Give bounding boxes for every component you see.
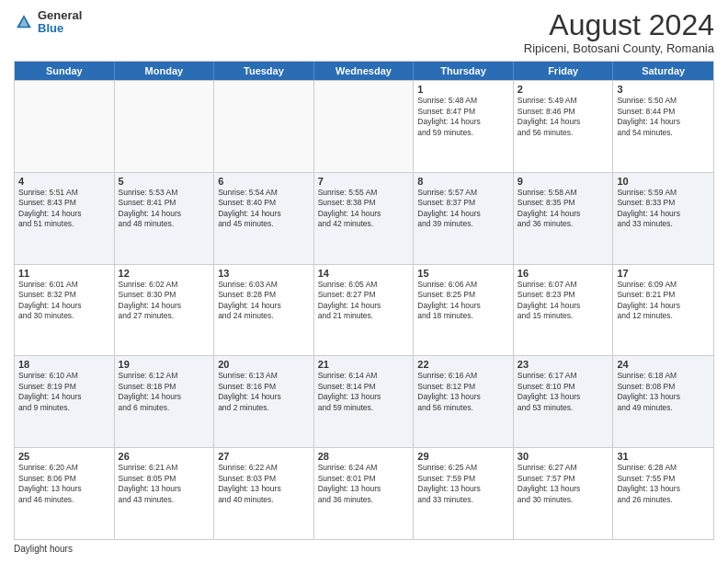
day-number: 2	[518, 84, 609, 95]
day-number: 3	[617, 84, 710, 95]
day-info: Sunrise: 6:21 AM Sunset: 8:05 PM Dayligh…	[119, 463, 210, 505]
day-number: 28	[318, 451, 410, 462]
day-info: Sunrise: 6:20 AM Sunset: 8:06 PM Dayligh…	[18, 463, 110, 505]
day-number: 26	[119, 451, 210, 462]
day-info: Sunrise: 6:05 AM Sunset: 8:27 PM Dayligh…	[318, 280, 410, 322]
day-number: 12	[119, 268, 210, 279]
day-info: Sunrise: 5:54 AM Sunset: 8:40 PM Dayligh…	[218, 188, 310, 230]
calendar-body: 1Sunrise: 5:48 AM Sunset: 8:47 PM Daylig…	[15, 80, 713, 539]
day-number: 30	[518, 451, 609, 462]
calendar-cell: 5Sunrise: 5:53 AM Sunset: 8:41 PM Daylig…	[115, 173, 215, 264]
logo-general-text: General	[38, 9, 82, 22]
logo-text: General Blue	[38, 9, 82, 36]
day-number: 8	[417, 176, 509, 187]
logo: General Blue	[14, 9, 82, 36]
day-info: Sunrise: 6:09 AM Sunset: 8:21 PM Dayligh…	[617, 280, 710, 322]
day-info: Sunrise: 6:13 AM Sunset: 8:16 PM Dayligh…	[218, 371, 310, 413]
day-number: 20	[218, 359, 310, 370]
calendar-cell: 11Sunrise: 6:01 AM Sunset: 8:32 PM Dayli…	[15, 265, 115, 356]
calendar-cell: 9Sunrise: 5:58 AM Sunset: 8:35 PM Daylig…	[514, 173, 614, 264]
day-number: 4	[18, 176, 110, 187]
calendar-header-cell: Saturday	[613, 62, 713, 80]
day-number: 31	[617, 451, 710, 462]
main-title: August 2024	[524, 9, 714, 41]
calendar-header-cell: Friday	[514, 62, 614, 80]
day-info: Sunrise: 6:28 AM Sunset: 7:55 PM Dayligh…	[617, 463, 710, 505]
day-info: Sunrise: 6:24 AM Sunset: 8:01 PM Dayligh…	[318, 463, 410, 505]
day-info: Sunrise: 6:06 AM Sunset: 8:25 PM Dayligh…	[417, 280, 509, 322]
day-number: 9	[518, 176, 609, 187]
logo-icon	[14, 12, 34, 32]
day-number: 19	[119, 359, 210, 370]
day-info: Sunrise: 5:55 AM Sunset: 8:38 PM Dayligh…	[318, 188, 410, 230]
calendar-week-row: 1Sunrise: 5:48 AM Sunset: 8:47 PM Daylig…	[15, 80, 713, 172]
calendar-week-row: 18Sunrise: 6:10 AM Sunset: 8:19 PM Dayli…	[15, 355, 713, 447]
day-info: Sunrise: 5:50 AM Sunset: 8:44 PM Dayligh…	[617, 96, 710, 138]
calendar-cell-empty	[115, 81, 215, 172]
day-info: Sunrise: 6:17 AM Sunset: 8:10 PM Dayligh…	[518, 371, 609, 413]
calendar-cell: 25Sunrise: 6:20 AM Sunset: 8:06 PM Dayli…	[15, 448, 115, 539]
day-info: Sunrise: 6:27 AM Sunset: 7:57 PM Dayligh…	[518, 463, 609, 505]
title-section: August 2024 Ripiceni, Botosani County, R…	[524, 9, 714, 55]
calendar-cell: 21Sunrise: 6:14 AM Sunset: 8:14 PM Dayli…	[314, 356, 415, 447]
day-info: Sunrise: 5:58 AM Sunset: 8:35 PM Dayligh…	[518, 188, 609, 230]
day-info: Sunrise: 6:10 AM Sunset: 8:19 PM Dayligh…	[18, 371, 110, 413]
day-info: Sunrise: 5:51 AM Sunset: 8:43 PM Dayligh…	[18, 188, 110, 230]
calendar-cell: 27Sunrise: 6:22 AM Sunset: 8:03 PM Dayli…	[214, 448, 314, 539]
logo-blue-text: Blue	[38, 22, 82, 35]
calendar-cell-empty	[314, 81, 415, 172]
day-info: Sunrise: 6:25 AM Sunset: 7:59 PM Dayligh…	[417, 463, 509, 505]
day-info: Sunrise: 5:53 AM Sunset: 8:41 PM Dayligh…	[119, 188, 210, 230]
day-info: Sunrise: 6:14 AM Sunset: 8:14 PM Dayligh…	[318, 371, 410, 413]
calendar-header-cell: Wednesday	[314, 62, 415, 80]
calendar-cell: 12Sunrise: 6:02 AM Sunset: 8:30 PM Dayli…	[115, 265, 215, 356]
calendar-header-cell: Sunday	[15, 62, 115, 80]
calendar-cell-empty	[214, 81, 314, 172]
day-number: 7	[318, 176, 410, 187]
calendar-cell: 20Sunrise: 6:13 AM Sunset: 8:16 PM Dayli…	[214, 356, 314, 447]
calendar-cell: 26Sunrise: 6:21 AM Sunset: 8:05 PM Dayli…	[115, 448, 215, 539]
calendar-header: SundayMondayTuesdayWednesdayThursdayFrid…	[15, 62, 713, 80]
day-number: 10	[617, 176, 710, 187]
calendar-week-row: 4Sunrise: 5:51 AM Sunset: 8:43 PM Daylig…	[15, 172, 713, 264]
calendar-cell: 28Sunrise: 6:24 AM Sunset: 8:01 PM Dayli…	[314, 448, 415, 539]
day-number: 27	[218, 451, 310, 462]
day-info: Sunrise: 6:03 AM Sunset: 8:28 PM Dayligh…	[218, 280, 310, 322]
calendar-cell-empty	[15, 81, 115, 172]
calendar-cell: 18Sunrise: 6:10 AM Sunset: 8:19 PM Dayli…	[15, 356, 115, 447]
calendar-cell: 17Sunrise: 6:09 AM Sunset: 8:21 PM Dayli…	[613, 265, 713, 356]
calendar-cell: 23Sunrise: 6:17 AM Sunset: 8:10 PM Dayli…	[514, 356, 614, 447]
calendar-cell: 29Sunrise: 6:25 AM Sunset: 7:59 PM Dayli…	[414, 448, 514, 539]
calendar-cell: 10Sunrise: 5:59 AM Sunset: 8:33 PM Dayli…	[613, 173, 713, 264]
day-number: 13	[218, 268, 310, 279]
day-info: Sunrise: 6:22 AM Sunset: 8:03 PM Dayligh…	[218, 463, 310, 505]
day-number: 1	[417, 84, 509, 95]
day-number: 17	[617, 268, 710, 279]
calendar-cell: 24Sunrise: 6:18 AM Sunset: 8:08 PM Dayli…	[613, 356, 713, 447]
day-number: 16	[518, 268, 609, 279]
calendar-cell: 8Sunrise: 5:57 AM Sunset: 8:37 PM Daylig…	[414, 173, 514, 264]
calendar-cell: 19Sunrise: 6:12 AM Sunset: 8:18 PM Dayli…	[115, 356, 215, 447]
day-number: 24	[617, 359, 710, 370]
day-number: 25	[18, 451, 110, 462]
calendar-header-cell: Thursday	[414, 62, 514, 80]
day-number: 14	[318, 268, 410, 279]
day-number: 18	[18, 359, 110, 370]
calendar-cell: 13Sunrise: 6:03 AM Sunset: 8:28 PM Dayli…	[214, 265, 314, 356]
day-info: Sunrise: 6:18 AM Sunset: 8:08 PM Dayligh…	[617, 371, 710, 413]
day-info: Sunrise: 6:12 AM Sunset: 8:18 PM Dayligh…	[119, 371, 210, 413]
calendar-header-cell: Monday	[115, 62, 215, 80]
day-number: 15	[417, 268, 509, 279]
day-number: 11	[18, 268, 110, 279]
header: General Blue August 2024 Ripiceni, Botos…	[14, 9, 714, 55]
day-number: 5	[119, 176, 210, 187]
day-info: Sunrise: 6:01 AM Sunset: 8:32 PM Dayligh…	[18, 280, 110, 322]
calendar-week-row: 11Sunrise: 6:01 AM Sunset: 8:32 PM Dayli…	[15, 264, 713, 356]
day-number: 6	[218, 176, 310, 187]
calendar-cell: 6Sunrise: 5:54 AM Sunset: 8:40 PM Daylig…	[214, 173, 314, 264]
day-number: 29	[417, 451, 509, 462]
day-info: Sunrise: 5:49 AM Sunset: 8:46 PM Dayligh…	[518, 96, 609, 138]
day-info: Sunrise: 6:07 AM Sunset: 8:23 PM Dayligh…	[518, 280, 609, 322]
calendar-header-cell: Tuesday	[214, 62, 314, 80]
calendar: SundayMondayTuesdayWednesdayThursdayFrid…	[14, 61, 714, 540]
